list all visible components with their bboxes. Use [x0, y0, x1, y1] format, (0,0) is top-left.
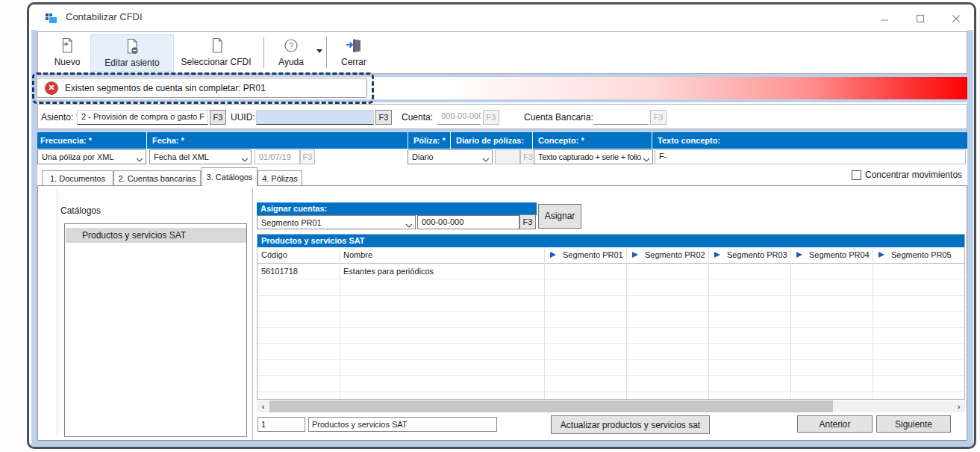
chevron-down-icon — [241, 155, 249, 164]
poliza-header: Póliza: * — [411, 132, 446, 149]
fecha-header: Fecha: * — [149, 132, 184, 149]
concepto-header: Concepto: * — [535, 132, 584, 149]
column-arrow-icon[interactable] — [550, 252, 556, 258]
page-index-input[interactable]: 1 — [258, 417, 305, 432]
concentrar-movimientos-checkbox[interactable] — [852, 170, 861, 180]
ayuda-button[interactable]: ? Ayuda — [269, 34, 313, 72]
column-header-segmento-pr02[interactable]: Segmento PR02 — [645, 250, 705, 259]
cuenta-f3-button: F3 — [483, 110, 499, 125]
column-arrow-icon[interactable] — [632, 252, 638, 258]
error-message-box: ✕ Existen segmentos de cuenta sin comple… — [37, 78, 367, 98]
texto-concepto-input[interactable]: F- — [655, 149, 966, 164]
table-header-row: Código Nombre Segmento PR01 Segmento PR0… — [258, 247, 964, 264]
catalogos-tab-panel: Catálogos Productos y servicios SAT Asig… — [37, 185, 967, 441]
asignar-button[interactable]: Asignar — [538, 204, 581, 229]
seleccionar-cfdi-button[interactable]: Seleccionar CFDI — [174, 34, 258, 72]
productos-servicios-table: Productos y servicios SAT Código Nombre … — [257, 234, 965, 400]
actualizar-button[interactable]: Actualizar productos y servicios sat — [551, 415, 710, 434]
chevron-down-icon — [643, 155, 650, 164]
error-banner: ✕ Existen segmentos de cuenta sin comple… — [37, 77, 967, 99]
diario-header: Diario de pólizas: — [453, 132, 524, 149]
maximize-button[interactable] — [907, 10, 934, 27]
cuenta-input: 000-00-000 — [437, 110, 481, 125]
minimize-button[interactable] — [871, 10, 898, 27]
horizontal-scrollbar[interactable]: ‹ › — [257, 400, 965, 412]
chevron-down-icon — [405, 220, 413, 229]
poliza-bar: Frecuencia: * Fecha: * Póliza: * Diario … — [37, 132, 967, 166]
frecuencia-select[interactable]: Una póliza por XML — [37, 149, 146, 164]
anterior-button[interactable]: Anterior — [797, 415, 873, 433]
uuid-label: UUID: — [231, 112, 255, 123]
scrollbar-thumb[interactable] — [269, 400, 833, 412]
cuenta-bancaria-input — [593, 110, 649, 125]
asiento-row: Asiento: * 2 - Provisión de compra o gas… — [37, 104, 967, 129]
window-title: Contabilizar CFDI — [66, 11, 143, 22]
poliza-bar-header: Frecuencia: * Fecha: * Póliza: * Diario … — [37, 132, 967, 149]
table-row-nombre[interactable]: Estantes para periódicos — [343, 267, 434, 276]
siguiente-button[interactable]: Siguiente — [876, 415, 951, 433]
fecha-input: 01/07/19 — [255, 149, 300, 164]
help-dropdown-arrow-icon[interactable] — [316, 49, 322, 53]
frecuencia-header: Frecuencia: * — [37, 132, 92, 149]
scroll-left-icon[interactable]: ‹ — [257, 400, 269, 412]
uuid-input[interactable] — [256, 110, 374, 125]
concentrar-movimientos-label: Concentrar movimientos — [865, 170, 962, 180]
segmento-select[interactable]: Segmento PR01 — [257, 215, 416, 229]
table-body — [258, 264, 964, 399]
fecha-tipo-select[interactable]: Fecha del XML — [149, 149, 252, 164]
help-icon: ? — [269, 37, 313, 56]
column-header-segmento-pr01[interactable]: Segmento PR01 — [563, 250, 622, 259]
toolbar-separator — [263, 37, 264, 68]
concepto-select[interactable]: Texto capturado + serie + folio — [534, 149, 653, 164]
chevron-down-icon — [482, 155, 490, 164]
edit-entry-icon — [91, 37, 173, 57]
tab-documentos[interactable]: 1. Documentos — [42, 170, 113, 185]
cerrar-button[interactable]: Cerrar — [332, 34, 375, 72]
left-splitter[interactable] — [57, 189, 57, 437]
poliza-select[interactable]: Diario — [408, 149, 493, 164]
exit-door-icon — [332, 37, 375, 56]
asignar-f3-button[interactable]: F3 — [519, 214, 536, 229]
catalog-name-input[interactable]: Productos y servicios SAT — [308, 417, 497, 432]
table-title: Productos y servicios SAT — [258, 235, 964, 247]
chevron-down-icon — [136, 155, 143, 164]
editar-asiento-button[interactable]: Editar asiento — [90, 34, 174, 72]
screenshot-canvas: Contabilizar CFDI — [0, 0, 980, 452]
column-header-segmento-pr04[interactable]: Segmento PR04 — [809, 250, 869, 259]
catalogos-panel-title: Catálogos — [60, 205, 101, 216]
tab-catalogos[interactable]: 3. Catálogos — [202, 167, 258, 186]
window-border-bottom — [31, 441, 973, 447]
column-arrow-icon[interactable] — [714, 252, 720, 258]
new-document-icon — [44, 37, 90, 56]
scroll-right-icon[interactable]: › — [952, 400, 965, 412]
asiento-input[interactable]: 2 - Provisión de compra o gasto F — [77, 110, 208, 125]
texto-concepto-header: Texto concepto: — [655, 132, 720, 149]
list-item-productos-sat[interactable]: Productos y servicios SAT — [66, 228, 246, 243]
nuevo-button[interactable]: Nuevo — [44, 34, 90, 72]
diario-polizas-input — [495, 149, 520, 164]
cuenta-bancaria-f3-button: F3 — [650, 110, 667, 125]
panel-divider — [252, 188, 253, 440]
table-row-codigo[interactable]: 56101718 — [261, 267, 298, 276]
asignar-cuenta-input[interactable]: 000-00-000 — [417, 215, 519, 229]
column-header-nombre[interactable]: Nombre — [343, 250, 372, 259]
column-arrow-icon[interactable] — [878, 252, 884, 258]
column-arrow-icon[interactable] — [796, 252, 802, 258]
column-header-segmento-pr03[interactable]: Segmento PR03 — [727, 250, 787, 259]
uuid-f3-button[interactable]: F3 — [375, 110, 392, 125]
close-button[interactable] — [943, 10, 970, 27]
column-header-segmento-pr05[interactable]: Segmento PR05 — [891, 250, 951, 259]
cuenta-label: Cuenta: — [402, 112, 433, 123]
error-icon: ✕ — [45, 81, 58, 95]
toolbar: Nuevo Editar asiento — [37, 31, 967, 74]
tab-polizas[interactable]: 4. Pólizas — [258, 170, 302, 185]
asiento-f3-button[interactable]: F3 — [210, 110, 226, 125]
svg-text:?: ? — [289, 41, 293, 50]
separator-line — [37, 99, 967, 102]
asignar-cuentas-header: Asignar cuentas: — [257, 202, 537, 215]
asiento-label: Asiento: * — [41, 112, 79, 123]
app-logo-icon — [45, 10, 58, 24]
cuenta-bancaria-label: Cuenta Bancaria: — [524, 112, 593, 123]
tab-cuentas-bancarias[interactable]: 2. Cuentas bancarias — [113, 170, 201, 185]
column-header-codigo[interactable]: Código — [261, 250, 287, 259]
